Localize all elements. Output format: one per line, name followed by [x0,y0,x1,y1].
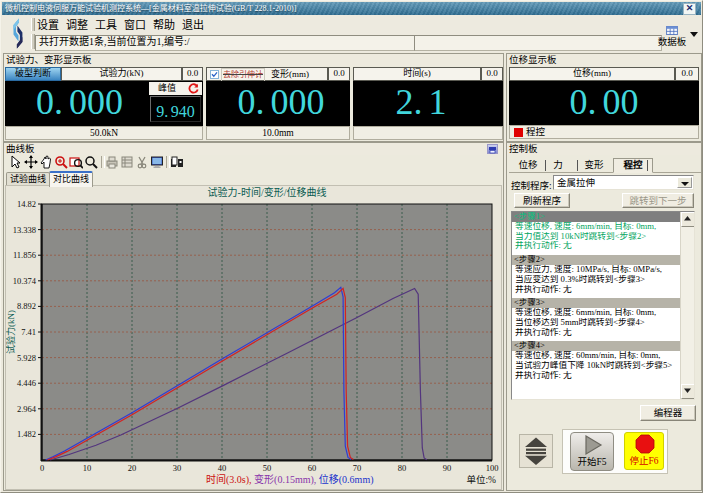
deform-header-value: 0.0 [328,67,350,81]
svg-text:20: 20 [128,463,137,473]
print-icon[interactable] [105,155,119,169]
time-value: 2. 1 [353,81,489,123]
step-header-3[interactable]: <步骤3> [512,298,681,308]
step-line: 当力值达到 10kN时跳转到<步骤2> [512,232,681,242]
program-select-value: 金属拉伸 [557,177,595,190]
jog-button[interactable] [519,434,553,468]
view-switch-icon[interactable] [170,155,184,169]
scroll-up-button[interactable] [681,212,695,227]
display-icon[interactable] [150,155,164,169]
deform-value: 0. 000 [206,81,350,123]
step-header-2[interactable]: <步骤2> [512,255,681,265]
step-list[interactable]: <步骤1>等速位移, 速度: 6mm/min, 目标: 0mm,当力值达到 10… [511,211,695,400]
control-tab-力[interactable]: 力 [551,159,565,172]
program-select[interactable]: 金属拉伸 [553,175,694,190]
curve-tab-2[interactable]: 对比曲线 [49,171,93,187]
zoom-in-red-icon[interactable] [54,155,68,169]
zoom-icon[interactable] [84,155,98,169]
zoom-window-icon[interactable] [69,155,83,169]
menu-item-5[interactable]: 帮助 [153,19,175,32]
step-header-4[interactable]: <步骤4> [512,341,681,351]
menu-grip [31,18,35,31]
remove-extensometer-label[interactable]: 去除引伸计 [221,68,265,82]
svg-text:10: 10 [83,463,92,473]
svg-text:70: 70 [353,463,362,473]
jump-next-step-button[interactable]: 跳转到下一步 [622,193,694,208]
step-line: 并执行动作: 无 [512,241,681,251]
step-line: 等速位移, 速度: 6mm/min, 目标: 0mm, [512,308,681,318]
curve-tab-1[interactable]: 试验曲线 [6,172,50,186]
time-lcd: 2. 1 [353,81,503,126]
peak-row: 峰值 [149,82,202,95]
force-value: 0. 000 [5,81,148,123]
menu-item-2[interactable]: 调整 [66,19,88,32]
scroll-down-button[interactable] [681,384,695,399]
menu-item-4[interactable]: 窗口 [124,19,146,32]
toolbar-area: 设置调整工具窗口帮助退出 共打开数据1条,当前位置为1,编号:/ 数据板 [2,15,703,52]
program-select-arrow[interactable] [677,177,692,188]
deform-header-box: 去除引伸计 变形(mm) [206,67,328,81]
svg-text:5.928: 5.928 [17,353,36,363]
peak-value-box: 9. 940 [150,96,201,122]
svg-text:13.338: 13.338 [13,225,36,235]
step-line: 当应变达到 0.3%时跳转到<步骤3> [512,275,681,285]
refresh-program-button[interactable]: 刷新程序 [514,193,570,208]
force-panel-caption: 试验力、变形显示板 [4,54,503,66]
move-icon[interactable] [24,155,38,169]
force-time-chart: 试验力-时间/变形/位移曲线14.8213.33811.85610.3748.8… [6,186,501,489]
start-button-label: 开始F5 [571,454,613,468]
start-stop-container: 开始F5 停止F6 [562,429,668,474]
menu-item-3[interactable]: 工具 [95,19,117,32]
control-tab-位移[interactable]: 位移 [515,159,541,172]
cut-icon[interactable] [135,155,149,169]
svg-text:80: 80 [398,463,407,473]
app-logo-icon [8,17,25,50]
svg-text:时间(3.0s), 变形(0.15mm), 位移(0.6mm: 时间(3.0s), 变形(0.15mm), 位移(0.6mm) [206,473,374,486]
disp-mode-row: 程控 [509,125,699,139]
disp-header: 位移(mm) [509,67,675,81]
program-label: 控制程序: [511,178,552,192]
control-tab-变形[interactable]: 变形 [581,159,607,172]
svg-text:100: 100 [486,463,499,473]
force-range: 50.0kN [5,126,203,140]
panel-flip-icon[interactable] [487,144,498,154]
displacement-panel: 位移显示板 位移(mm) 0.0 0. 00 程控 [506,53,702,142]
time-header-value: 0.0 [481,67,503,81]
chart-area: 试验力-时间/变形/位移曲线14.8213.33811.85610.3748.8… [5,185,502,490]
menu-item-6[interactable]: 退出 [182,19,204,32]
close-button[interactable]: ✕ [683,3,696,15]
toolbar-separator [166,156,170,168]
report-icon[interactable] [120,155,134,169]
menu-item-1[interactable]: 设置 [37,19,59,32]
step-line: 等速应力, 速度: 10MPa/s, 目标: 0MPa/s, [512,265,681,275]
play-icon [582,434,604,456]
curve-tabs: 试验曲线对比曲线 [5,171,502,185]
break-judge-button[interactable]: 破型判断 [5,67,61,81]
extensometer-checkbox[interactable] [210,70,219,79]
programmer-button[interactable]: 编程器 [640,405,696,421]
pointer-icon[interactable] [9,155,23,169]
data-panel-dropdown-icon[interactable] [690,32,698,37]
deform-header: 变形(mm) [271,68,309,80]
status-box-2 [414,35,662,51]
step-header-1[interactable]: <步骤1> [512,212,681,222]
force-display-panel: 试验力、变形显示板 破型判断 试验力(kN) 0.0 0. 000 峰值 9. … [3,53,504,142]
control-panel: 控制板 位移力变形程控 控制程序: 金属拉伸 刷新程序 跳转到下一步 <步骤1>… [506,142,702,491]
control-panel-caption: 控制板 [507,143,701,155]
control-tabs: 位移力变形程控 [509,157,701,173]
peak-reset-icon[interactable] [188,83,199,94]
window-title: 微机控制电液伺服万能试验机测控系统—[金属材料室温拉伸试验(GB/T 228.1… [5,3,296,14]
step-list-scrollbar[interactable] [680,212,694,399]
data-panel-label: 数据板 [655,37,689,47]
svg-text:1.482: 1.482 [17,429,36,439]
start-button[interactable]: 开始F5 [570,432,614,471]
stop-button[interactable]: 停止F6 [624,432,664,470]
check-icon [210,70,219,79]
program-mode-label: 程控 [526,126,545,139]
svg-text:50: 50 [263,463,272,473]
hand-icon[interactable] [39,155,53,169]
data-grid-icon [666,26,678,35]
step-list-content: <步骤1>等速位移, 速度: 6mm/min, 目标: 0mm,当力值达到 10… [512,212,681,399]
svg-text:30: 30 [173,463,182,473]
svg-text:11.856: 11.856 [13,250,36,260]
